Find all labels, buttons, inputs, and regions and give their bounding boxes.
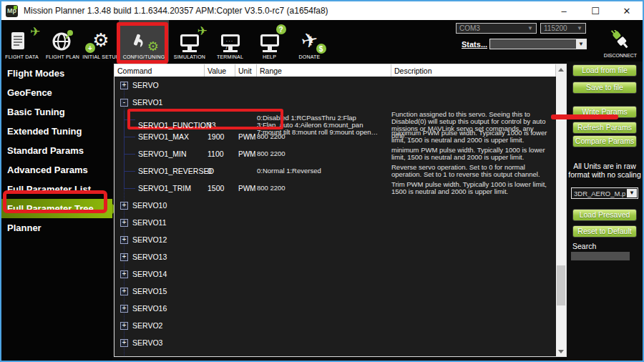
sidebar-item-basic-tuning[interactable]: Basic Tuning [1, 102, 112, 122]
table-row-servo1-function[interactable]: SERVO1_FUNCTION 33 0:Disabled 1:RCPassTh… [114, 111, 556, 128]
table-row[interactable]: +SERVO [114, 77, 556, 94]
minimize-button[interactable]: – [548, 1, 580, 20]
help-icon: ? [250, 26, 289, 54]
write-params-button[interactable]: Write Params [572, 106, 637, 118]
title-bar: Mp Mission Planner 1.3.48 build 1.1.6344… [1, 1, 643, 20]
vertical-scrollbar[interactable] [556, 64, 566, 356]
sidebar-item-geofence[interactable]: GeoFence [1, 83, 112, 102]
expand-icon[interactable]: + [120, 305, 128, 313]
param-value[interactable]: 1900 [205, 132, 235, 141]
sidebar-item-standard-params[interactable]: Standard Params [1, 141, 112, 160]
tab-simulation[interactable]: ✈ SIMULATION [169, 20, 210, 62]
parameter-table: Command Value Unit Range Description +SE… [114, 64, 567, 357]
com-port-select[interactable]: COM3▼ [456, 23, 537, 34]
stats-select[interactable]: ▼ [489, 39, 587, 49]
config-tuning-icon: ⚙ [125, 26, 163, 54]
terminal-icon: ··· / [211, 26, 250, 54]
table-body: +SERVO -SERVO1 SERVO1_FUNCTION 33 0:Disa… [114, 77, 556, 356]
table-row[interactable]: +SERVO16 [114, 300, 556, 317]
params-action-panel: Load from file Save to file Write Params… [567, 62, 643, 361]
sidebar-item-planner[interactable]: Planner [1, 218, 112, 238]
expand-icon[interactable]: + [120, 219, 128, 227]
sidebar-item-advanced-params[interactable]: Advanced Params [1, 160, 112, 180]
expand-icon[interactable]: + [120, 339, 128, 347]
sidebar-item-flight-modes[interactable]: Flight Modes [1, 64, 112, 83]
sidebar-item-full-parameter-list[interactable]: Full Parameter List [1, 180, 112, 199]
tab-flight-data[interactable]: ✈ FLIGHT DATA [1, 20, 42, 62]
expand-icon[interactable]: + [120, 288, 128, 295]
load-from-file-button[interactable]: Load from file [572, 64, 637, 77]
baud-rate-select[interactable]: 115200▼ [540, 23, 586, 34]
scroll-up-icon[interactable] [556, 64, 566, 74]
stats-link[interactable]: Stats... [462, 40, 487, 49]
units-note: All Units are in raw format with no scal… [568, 162, 641, 179]
load-presaved-button[interactable]: Load Presaved [572, 209, 637, 221]
table-row[interactable]: +SERVO10 [114, 197, 556, 214]
config-sidebar: Flight Modes GeoFence Basic Tuning Exten… [1, 62, 112, 361]
reset-to-default-button[interactable]: Reset to Default [572, 225, 637, 238]
expand-icon[interactable]: + [120, 82, 128, 89]
table-row[interactable]: +SERVO15 [114, 283, 556, 300]
table-row[interactable]: +SERVO11 [114, 214, 556, 231]
table-row-servo1-min[interactable]: SERVO1_MIN 1100 PWM 800 2200 minimum PWM… [114, 145, 556, 162]
table-row[interactable]: +SERVO2 [114, 317, 556, 334]
expand-icon[interactable]: + [120, 253, 128, 261]
search-label: Search [572, 242, 596, 250]
col-range: Range [257, 64, 391, 77]
table-row[interactable]: +SERVO4 [114, 351, 556, 356]
plug-icon [607, 30, 634, 50]
col-unit: Unit [235, 64, 257, 77]
tab-initial-setup[interactable]: ⚙ + INITIAL SETUP [83, 20, 119, 62]
tab-donate[interactable]: ✈ $ DONATE [289, 20, 330, 62]
table-header: Command Value Unit Range Description [114, 64, 566, 77]
tab-flight-plan[interactable]: FLIGHT PLAN [42, 20, 83, 62]
chevron-down-icon[interactable]: ▼ [627, 189, 637, 197]
param-value[interactable]: 1500 [205, 184, 235, 192]
table-row[interactable]: -SERVO1 [114, 94, 556, 111]
sidebar-item-full-parameter-tree[interactable]: Full Parameter Tree [1, 199, 112, 218]
expand-icon[interactable]: + [120, 202, 128, 210]
table-row-servo1-max[interactable]: SERVO1_MAX 1900 PWM 800 2200 maximum PWM… [114, 128, 556, 145]
flight-data-icon: ✈ [3, 26, 42, 54]
search-input[interactable] [571, 252, 630, 260]
tab-config-tuning[interactable]: ⚙ CONFIG/TUNING [119, 20, 169, 62]
expand-icon[interactable]: + [120, 236, 128, 244]
scrollbar-thumb[interactable] [557, 265, 565, 305]
main-toolbar: ✈ FLIGHT DATA FLIGHT PLAN ⚙ + INITIAL SE… [1, 20, 643, 62]
compare-params-button[interactable]: Compare Params [572, 135, 637, 147]
disconnect-button[interactable]: DISCONNECT [600, 30, 641, 58]
app-icon: Mp [6, 5, 18, 17]
table-row[interactable]: +SERVO12 [114, 231, 556, 248]
table-row[interactable]: +SERVO3 [114, 334, 556, 351]
param-value[interactable]: 1100 [205, 150, 235, 158]
expand-icon[interactable]: + [120, 270, 128, 278]
table-row[interactable]: +SERVO14 [114, 265, 556, 283]
expand-icon[interactable]: + [120, 322, 128, 330]
col-command: Command [114, 64, 205, 77]
table-row-servo1-reversed[interactable]: SERVO1_REVERSED 0 0:Normal 1:Reversed Re… [114, 162, 556, 180]
initial-setup-icon: ⚙ + [84, 26, 118, 54]
scroll-down-icon[interactable] [556, 346, 566, 356]
table-row-servo1-trim[interactable]: SERVO1_TRIM 1500 PWM 800 2200 Trim PWM p… [114, 180, 556, 197]
connection-cluster: COM3▼ 115200▼ Stats... ▼ DISCONNECT [452, 20, 643, 62]
close-button[interactable]: ✕ [611, 1, 643, 20]
maximize-button[interactable]: ☐ [580, 1, 611, 20]
window-title: Mission Planner 1.3.48 build 1.1.6344.20… [24, 6, 328, 16]
save-to-file-button[interactable]: Save to file [572, 82, 637, 94]
col-description: Description [391, 64, 556, 77]
simulation-icon: ✈ [170, 26, 209, 54]
table-row[interactable]: +SERVO13 [114, 248, 556, 265]
col-value: Value [205, 64, 235, 77]
flight-plan-icon [44, 26, 82, 54]
mission-planner-window: Mp Mission Planner 1.3.48 build 1.1.6344… [0, 0, 644, 362]
preset-param-select[interactable]: 3DR_AERO_M.para ▼ [571, 187, 638, 199]
expand-icon[interactable]: + [120, 356, 128, 357]
tab-terminal[interactable]: ··· / TERMINAL [210, 20, 250, 62]
collapse-icon[interactable]: - [120, 99, 128, 107]
refresh-params-button[interactable]: Refresh Params [572, 122, 637, 134]
sidebar-item-extended-tuning[interactable]: Extended Tuning [1, 122, 112, 141]
tab-help[interactable]: ? HELP [250, 20, 289, 62]
donate-icon: ✈ $ [291, 26, 329, 54]
